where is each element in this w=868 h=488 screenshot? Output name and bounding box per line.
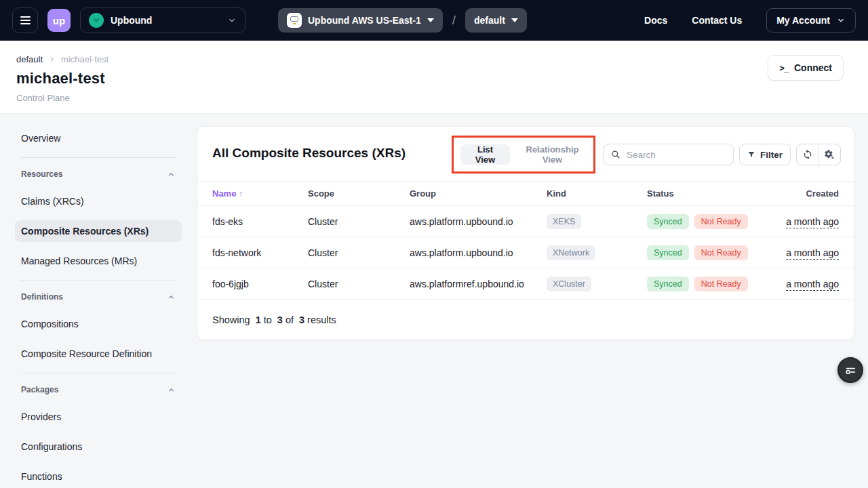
upbound-logo[interactable]: up	[47, 9, 71, 32]
column-header-group[interactable]: Group	[410, 188, 547, 199]
relationship-view-tab[interactable]: Relationship View	[518, 144, 587, 165]
org-avatar-icon	[89, 13, 104, 28]
status-badge-synced: Synced	[647, 214, 689, 229]
created-tooltip-trigger[interactable]: a month ago	[786, 279, 839, 291]
breadcrumb-default[interactable]: default	[16, 54, 43, 64]
search-icon	[611, 150, 620, 159]
sidebar-section-definitions[interactable]: Definitions	[15, 290, 182, 304]
cell-name[interactable]: fds-eks	[212, 216, 308, 227]
chevron-up-icon	[167, 293, 176, 302]
pagination-text: Showing	[212, 314, 250, 325]
table-row[interactable]: foo-6jgjb Cluster aws.platformref.upboun…	[197, 268, 854, 300]
pagination-text: of	[285, 314, 294, 325]
kind-badge: XCluster	[547, 277, 591, 291]
column-header-status[interactable]: Status	[647, 188, 806, 199]
column-header-kind[interactable]: Kind	[547, 188, 647, 199]
org-selector[interactable]: Upbound	[80, 7, 245, 33]
control-plane-selector[interactable]: Upbound AWS US-East-1	[278, 8, 443, 33]
caret-down-icon	[511, 18, 518, 22]
column-header-scope[interactable]: Scope	[308, 188, 410, 199]
panel-header: All Composite Resources (XRs) List View …	[197, 127, 854, 181]
created-tooltip-trigger[interactable]: a month ago	[786, 216, 839, 228]
section-title: Definitions	[21, 292, 63, 302]
top-navbar: up Upbound Upbound AWS US-East-1 / defau…	[0, 0, 868, 41]
column-header-created[interactable]: Created	[806, 188, 839, 199]
table-row[interactable]: fds-network Cluster aws.platform.upbound…	[197, 237, 854, 268]
sidebar-divider	[20, 280, 176, 281]
table-row[interactable]: fds-eks Cluster aws.platform.upbound.io …	[197, 206, 854, 237]
sidebar-item-overview[interactable]: Overview	[15, 127, 182, 149]
terminal-icon: >_	[779, 63, 788, 73]
sidebar-item-managed-resources[interactable]: Managed Resources (MRs)	[15, 250, 182, 272]
page-header: default michael-test michael-test Contro…	[0, 41, 868, 114]
status-badge-synced: Synced	[647, 277, 689, 291]
sidebar-item-configurations[interactable]: Configurations	[15, 436, 182, 458]
list-view-tab[interactable]: List View	[460, 144, 510, 165]
refresh-button[interactable]	[797, 144, 818, 165]
cell-created: a month ago	[786, 247, 839, 258]
group-selector-label: default	[474, 15, 505, 26]
cell-name[interactable]: foo-6jgjb	[212, 279, 308, 289]
search-box	[604, 144, 734, 165]
search-input[interactable]	[625, 149, 726, 161]
menu-button[interactable]	[12, 7, 38, 33]
pagination-text: results	[307, 314, 336, 325]
pagination-from: 1	[256, 314, 261, 325]
table-actions-group	[796, 144, 841, 165]
filter-button[interactable]: Filter	[739, 144, 791, 165]
chevron-up-icon	[167, 386, 176, 394]
pagination-to: 3	[277, 314, 283, 325]
cell-kind: XEKS	[547, 214, 647, 229]
chevron-up-icon	[167, 170, 176, 179]
control-plane-label: Upbound AWS US-East-1	[308, 15, 421, 26]
cell-scope: Cluster	[308, 247, 410, 258]
chevron-down-icon	[836, 16, 846, 25]
annotation-box: List View Relationship View	[452, 136, 595, 174]
sidebar-divider	[20, 157, 176, 158]
kind-badge: XEKS	[547, 214, 581, 229]
page-title: michael-test	[16, 70, 844, 87]
cell-group: aws.platform.upbound.io	[410, 247, 547, 258]
cell-scope: Cluster	[308, 216, 410, 227]
docs-link[interactable]: Docs	[644, 15, 667, 26]
sidebar-item-providers[interactable]: Providers	[15, 406, 182, 428]
gear-play-icon	[824, 149, 835, 161]
sidebar-item-claims[interactable]: Claims (XRCs)	[15, 190, 182, 212]
feedback-icon	[844, 364, 857, 377]
feedback-widget-button[interactable]	[837, 357, 863, 383]
sidebar: Overview Resources Claims (XRCs) Composi…	[0, 114, 197, 488]
pagination-summary: Showing 1 to 3 of 3 results	[197, 300, 854, 340]
sidebar-item-compositions[interactable]: Compositions	[15, 313, 182, 335]
cell-created: a month ago	[786, 216, 839, 227]
sidebar-item-composite-resources[interactable]: Composite Resources (XRs)	[15, 220, 182, 242]
filter-button-label: Filter	[760, 150, 783, 160]
org-selector-label: Upbound	[111, 15, 220, 26]
cell-group: aws.platformref.upbound.io	[410, 279, 547, 289]
my-account-button[interactable]: My Account	[766, 8, 856, 33]
cell-name[interactable]: fds-network	[212, 247, 308, 258]
chevron-right-icon	[48, 56, 56, 63]
status-badge-synced: Synced	[647, 245, 689, 260]
sidebar-section-packages[interactable]: Packages	[15, 383, 182, 396]
cell-scope: Cluster	[308, 279, 410, 289]
context-separator: /	[452, 13, 456, 28]
table-header-row: Name ↑ Scope Group Kind Status Created	[197, 181, 854, 206]
status-badge-not-ready: Not Ready	[694, 214, 748, 229]
contact-us-link[interactable]: Contact Us	[692, 15, 742, 26]
column-header-name[interactable]: Name ↑	[212, 188, 308, 199]
status-badge-not-ready: Not Ready	[694, 277, 748, 291]
sidebar-item-functions[interactable]: Functions	[15, 466, 182, 487]
panel-title: All Composite Resources (XRs)	[212, 146, 406, 161]
pagination-text: to	[264, 314, 272, 325]
created-tooltip-trigger[interactable]: a month ago	[786, 247, 839, 260]
connect-button[interactable]: >_ Connect	[768, 55, 844, 81]
sidebar-item-composite-resource-definition[interactable]: Composite Resource Definition	[15, 343, 182, 365]
group-selector[interactable]: default	[465, 8, 527, 33]
pagination-total: 3	[299, 314, 304, 325]
sort-asc-icon: ↑	[239, 188, 243, 199]
cell-kind: XCluster	[547, 277, 647, 291]
my-account-label: My Account	[776, 15, 830, 26]
sidebar-section-resources[interactable]: Resources	[15, 167, 182, 181]
auto-refresh-settings-button[interactable]	[819, 144, 841, 165]
breadcrumb: default michael-test	[16, 54, 844, 64]
